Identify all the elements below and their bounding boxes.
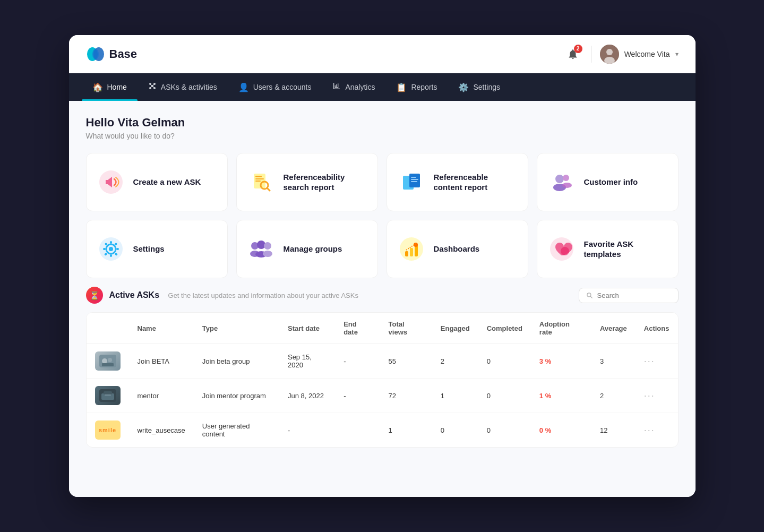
row-thumbnail (95, 351, 121, 371)
user-info[interactable]: Welcome Vita ▾ (600, 45, 679, 64)
svg-rect-27 (103, 248, 106, 250)
greeting-title: Hello Vita Gelman (86, 116, 679, 130)
row-completed: 0 (478, 413, 531, 448)
card-ref-search[interactable]: Referenceability search report (236, 153, 378, 211)
row-actions[interactable]: ··· (636, 379, 678, 413)
row-actions[interactable]: ··· (636, 413, 678, 448)
row-adoption-rate: 3 % (531, 344, 591, 379)
quick-actions-row2: Settings Manage groups (86, 220, 679, 278)
card-ref-content[interactable]: Referenceable content report (387, 153, 528, 211)
nav-label-settings: Settings (473, 83, 500, 91)
row-average: 2 (591, 379, 636, 413)
card-customer-info[interactable]: Customer info (537, 153, 679, 211)
row-thumbnail: smile (95, 421, 121, 440)
row-thumb-cell (87, 379, 129, 413)
header: Base 2 Welcome Vita ▾ (69, 35, 696, 73)
row-completed: 0 (478, 344, 531, 379)
actions-button[interactable]: ··· (644, 356, 655, 366)
row-thumbnail (95, 386, 121, 405)
row-end-date (335, 413, 380, 448)
svg-rect-25 (110, 254, 112, 257)
row-completed: 0 (478, 379, 531, 413)
card-label-manage-groups: Manage groups (284, 244, 342, 254)
nav-item-settings[interactable]: ⚙️ Settings (448, 73, 511, 101)
card-label-fav-templates: Favorite ASK templates (584, 239, 667, 260)
card-label-ref-content: Referenceable content report (434, 172, 517, 193)
reports-icon: 📋 (396, 82, 407, 92)
card-fav-templates[interactable]: Favorite ASK templates (537, 220, 679, 278)
nav-item-home[interactable]: 🏠 Home (82, 73, 138, 101)
users-icon: 👤 (238, 82, 249, 92)
svg-line-12 (267, 188, 270, 191)
svg-rect-10 (255, 181, 261, 182)
row-engaged: 2 (432, 344, 478, 379)
row-name: mentor (129, 379, 194, 413)
row-engaged: 0 (432, 413, 478, 448)
notification-badge: 2 (574, 45, 582, 53)
nav-item-reports[interactable]: 📋 Reports (385, 73, 448, 101)
svg-point-20 (563, 175, 569, 181)
avatar (600, 45, 619, 64)
row-type: Join beta group (194, 344, 279, 379)
svg-rect-16 (411, 179, 418, 180)
card-manage-groups[interactable]: Manage groups (236, 220, 378, 278)
row-end-date: - (335, 379, 380, 413)
svg-rect-15 (411, 177, 416, 178)
active-asks-title-row: ⏳ Active ASKs Get the latest updates and… (86, 287, 358, 304)
col-engaged: Engaged (432, 313, 478, 344)
main-content: Hello Vita Gelman What would you like to… (69, 101, 696, 497)
row-average: 12 (591, 413, 636, 448)
svg-point-18 (555, 175, 564, 183)
card-dashboards[interactable]: Dashboards (387, 220, 528, 278)
dashboards-icon (398, 235, 425, 263)
col-end-date: End date (335, 313, 380, 344)
nav-item-asks-activities[interactable]: ASKs & activities (138, 73, 228, 101)
row-type: User generated content (194, 413, 279, 448)
actions-button[interactable]: ··· (644, 390, 655, 401)
nav-item-analytics[interactable]: Analytics (322, 73, 385, 101)
svg-rect-8 (255, 176, 262, 177)
svg-point-37 (263, 251, 272, 257)
row-thumb-cell (87, 344, 129, 379)
nav-label-asks: ASKs & activities (161, 83, 217, 91)
col-average: Average (591, 313, 636, 344)
col-total-views: Total views (380, 313, 432, 344)
active-asks-description: Get the latest updates and information a… (168, 291, 358, 299)
header-right: 2 Welcome Vita ▾ (563, 45, 679, 64)
settings-icon (97, 235, 125, 263)
nav-label-home: Home (107, 83, 127, 91)
nav-item-users-accounts[interactable]: 👤 Users & accounts (228, 73, 322, 101)
svg-rect-9 (255, 178, 264, 179)
groups-icon (247, 235, 275, 263)
card-create-ask[interactable]: Create a new ASK (86, 153, 228, 211)
ref-search-icon (247, 168, 275, 196)
svg-point-21 (562, 183, 572, 188)
notification-button[interactable]: 2 (563, 45, 582, 64)
welcome-text: Welcome Vita (624, 50, 670, 58)
col-actions: Actions (636, 313, 678, 344)
svg-rect-40 (410, 248, 413, 256)
svg-rect-26 (116, 248, 119, 250)
svg-rect-39 (405, 251, 408, 256)
row-start-date: Jun 8, 2022 (279, 379, 335, 413)
actions-button[interactable]: ··· (644, 425, 655, 435)
svg-rect-24 (110, 241, 112, 244)
card-label-dashboards: Dashboards (434, 244, 480, 254)
search-box[interactable] (579, 288, 679, 303)
row-total-views: 1 (380, 413, 432, 448)
row-start-date: - (279, 413, 335, 448)
svg-rect-52 (104, 391, 112, 394)
row-total-views: 55 (380, 344, 432, 379)
svg-point-2 (92, 49, 99, 59)
col-adoption-rate: Adoption rate (531, 313, 591, 344)
svg-point-4 (606, 49, 613, 55)
search-input[interactable] (597, 291, 672, 299)
card-label-customer-info: Customer info (584, 177, 638, 187)
card-settings[interactable]: Settings (86, 220, 228, 278)
svg-point-45 (561, 247, 569, 255)
header-divider (591, 46, 591, 63)
chevron-down-icon: ▾ (675, 50, 679, 58)
hourglass-icon: ⏳ (86, 287, 103, 304)
app-window: Base 2 Welcome Vita ▾ (69, 35, 696, 497)
row-actions[interactable]: ··· (636, 344, 678, 379)
